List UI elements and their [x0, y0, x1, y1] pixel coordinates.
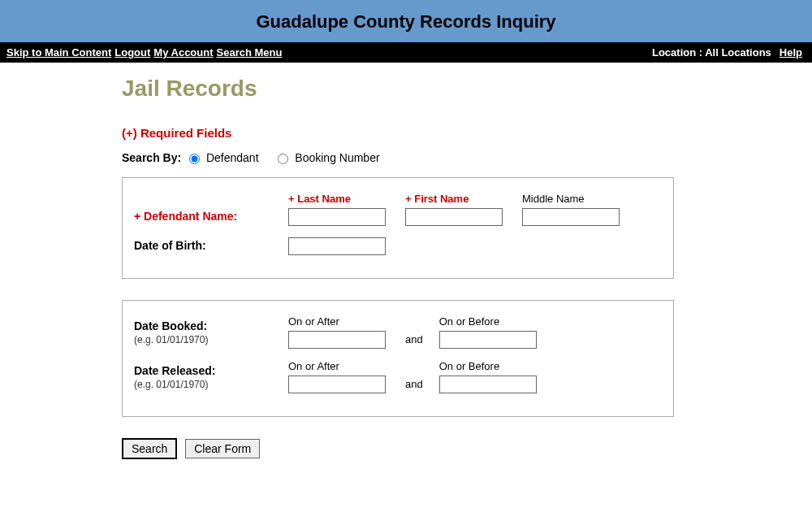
released-after-input[interactable] [288, 376, 386, 393]
dob-input[interactable] [288, 237, 386, 255]
search-button[interactable]: Search [122, 438, 177, 459]
nav-my-account-link[interactable]: My Account [153, 46, 213, 59]
middle-name-label: Middle Name [522, 193, 620, 205]
nav-help-link[interactable]: Help [780, 46, 802, 59]
banner-title: Guadalupe County Records Inquiry [256, 11, 555, 32]
booked-before-input[interactable] [439, 331, 537, 349]
dob-row: Date of Birth: [134, 237, 662, 255]
date-booked-label-col: Date Booked: (e.g. 01/01/1970) [134, 319, 288, 349]
search-by-label: Search By: [122, 151, 181, 164]
clear-form-button[interactable]: Clear Form [185, 439, 260, 458]
navbar: Skip to Main Content Logout My Account S… [0, 42, 812, 63]
nav-right: Location : All Locations Help [652, 46, 806, 59]
date-released-example: (e.g. 01/01/1970) [134, 379, 288, 390]
search-by-booking-radio[interactable] [278, 154, 288, 164]
released-before-group: On or Before [439, 360, 537, 393]
first-name-group: + First Name [405, 193, 503, 226]
required-fields-note: (+) Required Fields [122, 126, 804, 140]
search-by-booking-label[interactable]: Booking Number [295, 151, 379, 164]
defendant-name-row: + Defendant Name: + Last Name + First Na… [134, 193, 662, 226]
last-name-group: + Last Name [288, 193, 386, 226]
released-after-group: On or After [288, 360, 386, 393]
booked-and: and [405, 333, 439, 349]
released-before-input[interactable] [439, 376, 537, 393]
dob-group [288, 237, 386, 255]
last-name-label: + Last Name [288, 193, 386, 205]
nav-location-label: Location : All Locations [652, 46, 771, 59]
booked-after-group: On or After [288, 315, 386, 349]
main-content: Jail Records (+) Required Fields Search … [122, 63, 804, 475]
date-booked-row: Date Booked: (e.g. 01/01/1970) On or Aft… [134, 315, 662, 349]
middle-name-group: Middle Name [522, 193, 620, 226]
date-released-label: Date Released: [134, 364, 215, 377]
date-box: Date Booked: (e.g. 01/01/1970) On or Aft… [122, 300, 674, 417]
defendant-name-label: + Defendant Name: [134, 210, 288, 226]
nav-left: Skip to Main Content Logout My Account S… [6, 46, 285, 59]
date-booked-label: Date Booked: [134, 319, 207, 332]
nav-search-menu-link[interactable]: Search Menu [217, 46, 283, 59]
search-by-defendant-radio[interactable] [189, 154, 200, 164]
date-released-row: Date Released: (e.g. 01/01/1970) On or A… [134, 360, 662, 393]
search-by-defendant-label[interactable]: Defendant [206, 151, 259, 164]
dob-label: Date of Birth: [134, 239, 288, 255]
released-and: and [405, 378, 439, 393]
button-row: Search Clear Form [122, 438, 804, 459]
nav-logout-link[interactable]: Logout [114, 46, 150, 59]
first-name-input[interactable] [405, 208, 503, 226]
date-booked-example: (e.g. 01/01/1970) [134, 334, 288, 345]
banner: Guadalupe County Records Inquiry [0, 0, 812, 42]
date-released-label-col: Date Released: (e.g. 01/01/1970) [134, 364, 288, 393]
released-after-label: On or After [288, 360, 386, 372]
booked-before-group: On or Before [439, 315, 537, 349]
first-name-label: + First Name [405, 193, 503, 205]
booked-after-input[interactable] [288, 331, 386, 349]
last-name-input[interactable] [288, 208, 386, 226]
page-heading: Jail Records [122, 76, 804, 102]
booked-after-label: On or After [288, 315, 386, 328]
defendant-box: + Defendant Name: + Last Name + First Na… [122, 177, 674, 279]
search-by-row: Search By: Defendant Booking Number [122, 151, 804, 164]
nav-skip-link[interactable]: Skip to Main Content [6, 46, 111, 59]
booked-before-label: On or Before [439, 315, 537, 328]
middle-name-input[interactable] [522, 208, 620, 226]
released-before-label: On or Before [439, 360, 537, 372]
